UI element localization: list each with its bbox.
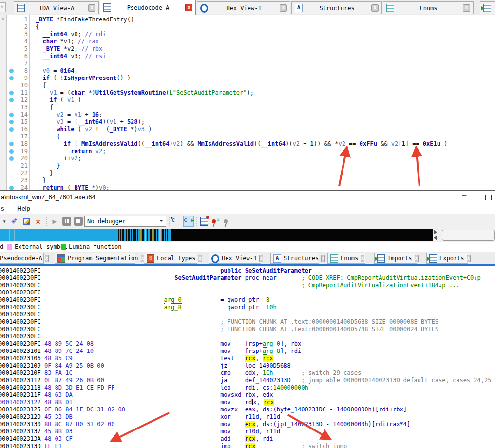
pseudocode-line-4[interactable]: 4 char *v1; // rax: [0, 38, 495, 45]
pseudocode-line-13[interactable]: 13 {: [0, 104, 495, 111]
disasm-line-00014002310F[interactable]: 00014002310F83 FA 1Ccmp edx, 1Ch; switch…: [0, 370, 495, 377]
debugger-select[interactable]: No debugger: [84, 216, 166, 227]
menu-item-help[interactable]: Help: [17, 205, 30, 212]
disasm-line-0001400230FC[interactable]: 0001400230FCarg_8= qword ptr 10h: [0, 304, 495, 311]
disasm-line-00014002312D[interactable]: 00014002312D45 33 DBxor r11d, r11d: [0, 413, 495, 421]
navigation-band[interactable]: [0, 228, 495, 242]
pseudocode-line-19[interactable]: 19 return v2;: [0, 148, 495, 155]
disasm-line-0001400230FC[interactable]: 0001400230FCarg_0= qword ptr 8: [0, 296, 495, 304]
disasm-line-0001400230FC[interactable]: 0001400230FCSeSetAuditParameter proc nea…: [0, 274, 495, 282]
navband-right-arrow-icon[interactable]: [434, 230, 439, 234]
tab-close-button[interactable]: x: [467, 255, 471, 262]
run-until-c-icon[interactable]: c➤: [171, 216, 182, 227]
disasm-line-000140023137[interactable]: 00014002313745 8B D3mov r10d, r11d: [0, 428, 495, 435]
tab-enums[interactable]: Enumsx: [383, 1, 474, 14]
edit-icon[interactable]: [21, 216, 32, 227]
bottom-tab-structures[interactable]: AStructuresx: [270, 253, 319, 264]
pseudocode-line-1[interactable]: 1_BYTE *FindFakeThreadEntry(): [0, 16, 495, 23]
tab-hex-view-1[interactable]: Hex View-1x: [197, 1, 290, 14]
pseudocode-line-20[interactable]: 20 ++v2;: [0, 155, 495, 162]
pseudocode-line-2[interactable]: 2{: [0, 23, 495, 31]
pseudocode-line-6[interactable]: 6 __int64 v3; // rsi: [0, 53, 495, 60]
tab-close-button[interactable]: x: [280, 4, 287, 12]
disasm-line-000140023130[interactable]: 0001400231308B 8C 87 B0 31 02 00mov ecx,…: [0, 421, 495, 428]
disasm-line-0001400230FC[interactable]: 0001400230FCpublic SeSetAuditParameter: [0, 267, 495, 274]
tab-close-button[interactable]: x: [45, 255, 49, 262]
pseudocode-line-5[interactable]: 5 _BYTE *v2; // rbx: [0, 45, 495, 53]
pin-add-icon[interactable]: +: [210, 216, 221, 227]
disasm-line-0001400230FC[interactable]: 0001400230FC48 89 5C 24 08mov [rsp+arg_0…: [0, 340, 495, 348]
produce-c-icon[interactable]: c▶: [183, 216, 194, 227]
bottom-tab-program-segmentation[interactable]: Program Segmentationx: [55, 253, 135, 264]
bottom-tab-exports[interactable]: Exportsx: [426, 253, 468, 264]
bottom-tab-pseudocode-a[interactable]: Pseudocode-Ax: [0, 253, 44, 264]
pseudocode-line-10[interactable]: 10 {: [0, 82, 495, 89]
tab-ida-view-a[interactable]: IDA View-Ax: [14, 1, 99, 14]
pseudocode-line-21[interactable]: 21 }: [0, 162, 495, 170]
tab-close-button[interactable]: x: [415, 255, 419, 262]
tab-close-button[interactable]: x: [259, 255, 263, 262]
tab-close-button[interactable]: x: [463, 4, 470, 12]
tab-partial[interactable]: [480, 1, 495, 14]
tab-close-button[interactable]: x: [88, 4, 95, 12]
disasm-line-000140023125[interactable]: 0001400231250F B6 84 1F DC 31 02 00movzx…: [0, 406, 495, 413]
pseudocode-line-16[interactable]: 16 while ( v2 != (_BYTE *)v3 ): [0, 126, 495, 133]
disasm-line-0001400230FC[interactable]: 0001400230FC: [0, 333, 495, 340]
bottom-tab-hex-view-1[interactable]: Hex View-1x: [209, 253, 261, 264]
toolbar-dropdown-caret-icon[interactable]: ▾: [1, 216, 8, 227]
disasm-line-0001400230FC[interactable]: 0001400230FC; FUNCTION CHUNK AT .text:00…: [0, 318, 495, 326]
tab-close-button[interactable]: x: [185, 4, 192, 11]
disasm-line-0001400230FC[interactable]: 0001400230FC: [0, 289, 495, 296]
disasm-line-000140023109[interactable]: 0001400231090F 84 A9 25 0B 00jz loc_1400…: [0, 362, 495, 370]
pseudocode-line-3[interactable]: 3 __int64 v0; // rdi: [0, 31, 495, 38]
disasm-line-0001400230FC[interactable]: 0001400230FC; FUNCTION CHUNK AT .text:00…: [0, 326, 495, 333]
debug-play-icon[interactable]: ▶: [49, 216, 60, 227]
tab-structures[interactable]: AStructuresx: [291, 1, 382, 14]
tab-close-button[interactable]: x: [371, 4, 379, 12]
pseudocode-line-17[interactable]: 17 {: [0, 133, 495, 140]
title-bar[interactable]: a\ntoskrnl_win7_64_7601.exe.i64 ─: [0, 191, 495, 203]
pseudocode-line-7[interactable]: 7: [0, 60, 495, 67]
delete-icon[interactable]: ✕: [33, 216, 43, 227]
pseudocode-line-12[interactable]: 12 if ( v1 ): [0, 97, 495, 104]
pin-gray-icon[interactable]: [222, 216, 229, 227]
disasm-line-00014002313A[interactable]: 00014002313A48 03 CFadd rcx, rdi: [0, 435, 495, 443]
navband-left-arrow-icon[interactable]: [431, 235, 437, 240]
disasm-line-00014002313D[interactable]: 00014002313DFF E1jmp rcx; switch jump: [0, 443, 495, 448]
tab-close-button[interactable]: x: [321, 255, 325, 262]
pseudocode-line-22[interactable]: 22 }: [0, 170, 495, 177]
disasm-line-000140023101[interactable]: 00014002310148 89 7C 24 10mov [rsp+arg_8…: [0, 348, 495, 355]
tab-pseudocode-a[interactable]: Pseudocode-Ax: [100, 0, 196, 15]
disasm-line-000140023106[interactable]: 00014002310648 85 C9test rcx, rcx: [0, 355, 495, 362]
pseudocode-line-23[interactable]: 23 }: [0, 177, 495, 184]
disasm-line-00014002311F[interactable]: 00014002311F48 63 DAmovsxd rbx, edx: [0, 391, 495, 399]
minimize-button[interactable]: ─: [458, 192, 471, 202]
disassembly-pane[interactable]: 0001400230FCpublic SeSetAuditParameter00…: [0, 266, 495, 448]
disasm-line-000140023112[interactable]: 0001400231120F 87 49 26 0B 00ja def_1400…: [0, 377, 495, 384]
tab-close-button[interactable]: x: [198, 255, 202, 262]
disasm-line-0001400230FC[interactable]: 0001400230FC: [0, 311, 495, 318]
pseudocode-line-9[interactable]: 9 if ( !IsHyperVPresent() ): [0, 75, 495, 82]
bottom-tab-enums[interactable]: Enumsx: [327, 253, 365, 264]
bottom-tab-imports[interactable]: Importsx: [374, 253, 417, 264]
code-token: 0i64: [60, 67, 75, 74]
pseudocode-line-14[interactable]: 14 v2 = v1 + 16;: [0, 111, 495, 118]
pseudocode-line-8[interactable]: 8 v0 = 0i64;: [0, 67, 495, 75]
pseudocode-line-18[interactable]: 18 if ( MmIsAddressValid((__int64)v2) &&…: [0, 140, 495, 148]
pseudocode-pane[interactable]: ∧ 1_BYTE *FindFakeThreadEntry()2{3 __int…: [0, 15, 495, 191]
debug-stop-icon[interactable]: [73, 216, 84, 227]
tab-close-button[interactable]: x: [361, 255, 364, 262]
disasm-line-0001400230FC[interactable]: 0001400230FC; CmpReportAuditVirtualizati…: [0, 282, 495, 289]
disasm-line-000140023122[interactable]: 00014002312248 8B D1mov rdx, rcx: [0, 399, 495, 406]
pseudocode-line-15[interactable]: 15 v3 = (__int64)(v1 + 528);: [0, 118, 495, 126]
pseudocode-line-11[interactable]: 11 v1 = (char *)UtilGetSystemRoutine(L"S…: [0, 89, 495, 97]
new-instance-icon[interactable]: ✳+: [9, 216, 19, 227]
debug-pause-icon[interactable]: [61, 216, 72, 227]
disasm-line-000140023118[interactable]: 00014002311848 8D 3D E1 CE FD FFlea rdi,…: [0, 384, 495, 391]
panel-close-button-partial[interactable]: ×: [0, 2, 6, 12]
navband-zoom-slider[interactable]: [442, 230, 495, 241]
bottom-tab-local-types[interactable]: BLocal Typesx: [144, 253, 197, 264]
menu-item-partial[interactable]: s: [1, 205, 4, 212]
notebook-icon[interactable]: [199, 216, 209, 227]
maximize-button[interactable]: [485, 195, 492, 200]
